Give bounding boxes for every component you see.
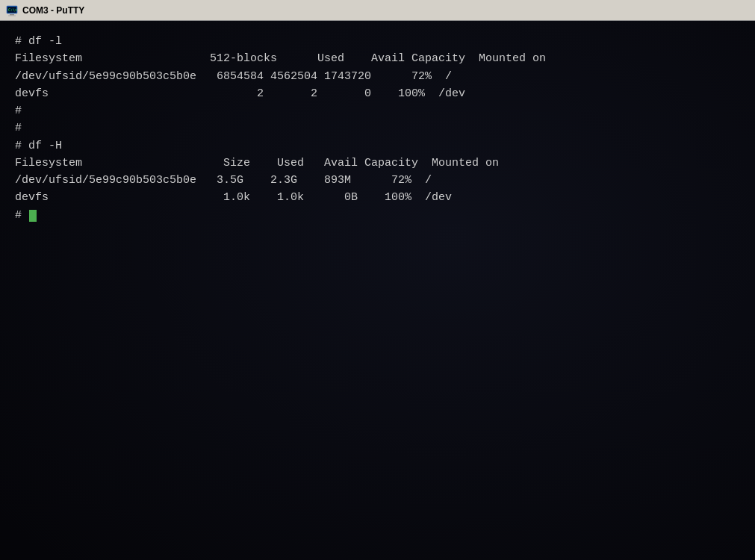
- line-row2a: /dev/ufsid/5e99c90b503c5b0e 3.5G 2.3G 89…: [15, 172, 740, 189]
- line-row1a: /dev/ufsid/5e99c90b503c5b0e 6854584 4562…: [15, 68, 740, 85]
- cursor-block: [29, 210, 37, 222]
- svg-rect-2: [10, 14, 14, 16]
- title-bar: C:\> COM3 - PuTTY: [0, 0, 755, 21]
- terminal-content: # df -l Filesystem 512-blocks Used Avail…: [15, 33, 740, 224]
- line-header1: Filesystem 512-blocks Used Avail Capacit…: [15, 50, 740, 67]
- line-row1b: devfs 2 2 0 100% /dev: [15, 85, 740, 102]
- svg-rect-3: [8, 15, 16, 16]
- line-empty2: #: [15, 119, 740, 137]
- line-prompt-end: #: [15, 207, 740, 224]
- line-cmd2: # df -H: [15, 137, 740, 155]
- svg-text:C:\>: C:\>: [8, 7, 17, 12]
- putty-icon: C:\>: [6, 4, 18, 16]
- line-header2: Filesystem Size Used Avail Capacity Moun…: [15, 155, 740, 172]
- line-cmd1: # df -l: [15, 33, 740, 50]
- line-empty1: #: [15, 102, 740, 119]
- window-title: COM3 - PuTTY: [22, 5, 84, 16]
- line-row2b: devfs 1.0k 1.0k 0B 100% /dev: [15, 189, 740, 206]
- terminal[interactable]: # df -l Filesystem 512-blocks Used Avail…: [0, 21, 755, 560]
